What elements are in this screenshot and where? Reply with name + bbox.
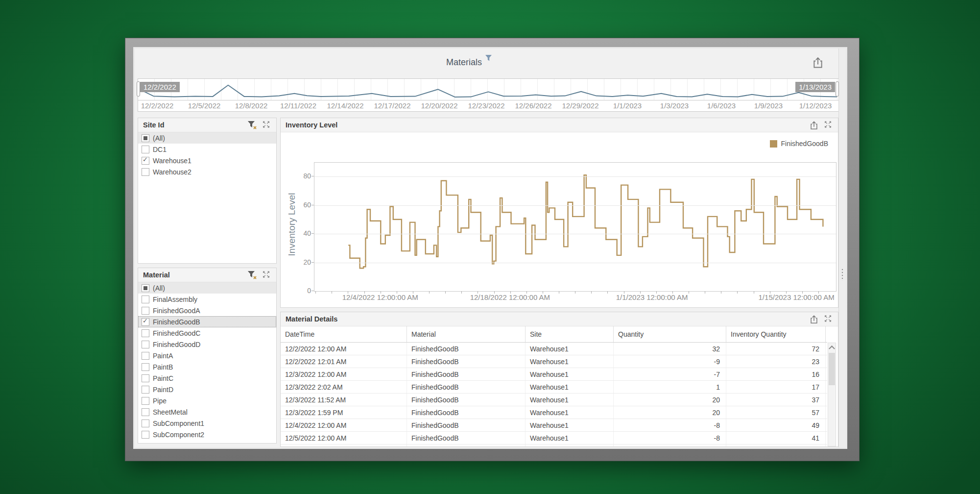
gridline — [314, 263, 836, 263]
site-item-warehouse1[interactable]: Warehouse1 — [138, 155, 276, 166]
scroll-up-icon[interactable] — [828, 343, 836, 351]
table-cell: 37 — [726, 394, 826, 406]
table-row[interactable]: 12/3/2022 1:59 PMFinishedGoodBWarehouse1… — [281, 406, 827, 419]
checkbox-icon[interactable] — [142, 329, 149, 337]
table-scrollbar[interactable] — [828, 343, 836, 446]
checkbox-icon[interactable] — [142, 431, 149, 439]
checkbox-icon[interactable] — [142, 134, 149, 142]
page-title: Materials — [446, 54, 482, 68]
table-row[interactable]: 12/3/2022 11:52 AMFinishedGoodBWarehouse… — [281, 394, 827, 406]
site-item-dc1[interactable]: DC1 — [138, 144, 276, 155]
checkbox-icon[interactable] — [142, 168, 149, 176]
material-item-paintb[interactable]: PaintB — [138, 361, 276, 372]
material-item-paintc[interactable]: PaintC — [138, 372, 276, 384]
filter-item-label: PaintA — [153, 352, 173, 360]
checkbox-icon[interactable] — [142, 307, 149, 315]
range-filter-chart[interactable] — [138, 79, 841, 100]
clear-filter-icon[interactable] — [247, 271, 258, 280]
timeline-axis-label: 1/12/2023 — [799, 101, 832, 110]
table-row[interactable]: 12/5/2022 12:00 AMFinishedGoodBWarehouse… — [281, 432, 827, 445]
maximize-icon[interactable] — [262, 121, 272, 130]
y-tick — [311, 176, 314, 176]
checkbox-icon[interactable] — [142, 284, 149, 292]
checkbox-icon[interactable] — [142, 296, 149, 303]
y-tick — [311, 291, 314, 291]
table-cell: -8 — [614, 445, 726, 446]
filter-item-label: Warehouse1 — [153, 157, 191, 165]
x-tick — [705, 291, 705, 294]
checkbox-icon[interactable] — [142, 386, 149, 394]
legend-swatch — [770, 140, 777, 148]
material-item-finishedgoodd[interactable]: FinishedGoodD — [138, 339, 276, 350]
filter-item-label: Pipe — [153, 397, 167, 405]
material-item-finishedgooda[interactable]: FinishedGoodA — [138, 305, 276, 316]
material-item-all[interactable]: (All) — [138, 282, 276, 294]
filter-item-label: FinishedGoodC — [153, 329, 200, 337]
x-tick — [461, 291, 462, 294]
material-details-panel-header: Material Details — [281, 312, 838, 326]
material-item-finishedgoodb[interactable]: FinishedGoodB — [138, 316, 276, 327]
checkbox-icon[interactable] — [142, 363, 149, 371]
table-row[interactable]: 12/3/2022 2:02 AMFinishedGoodBWarehouse1… — [281, 381, 827, 394]
table-cell: Warehouse1 — [526, 445, 614, 446]
material-item-subcomponent2[interactable]: SubComponent2 — [138, 429, 276, 440]
column-header-inventory-quantity[interactable]: Inventory Quantity — [726, 326, 826, 342]
table-cell: -8 — [614, 419, 726, 431]
range-filter: 12/2/2022 1/13/2023 12/2/202212/5/202212… — [138, 78, 841, 112]
maximize-icon[interactable] — [262, 271, 272, 280]
timeline-axis-label: 12/17/2022 — [374, 101, 410, 110]
column-header-material[interactable]: Material — [407, 326, 526, 342]
inventory-level-panel: Inventory Level FinishedGoodB Inventory … — [280, 118, 838, 308]
checkbox-icon[interactable] — [142, 157, 149, 165]
timeline-axis-label: 12/2/2022 — [141, 101, 174, 110]
site-item-warehouse2[interactable]: Warehouse2 — [138, 166, 276, 177]
material-item-sheetmetal[interactable]: SheetMetal — [138, 406, 276, 418]
x-tick — [607, 291, 608, 294]
table-row[interactable]: 12/5/2022 12:01 AMFinishedGoodBWarehouse… — [281, 445, 827, 446]
table-cell: FinishedGoodB — [407, 432, 526, 444]
material-item-finishedgoodc[interactable]: FinishedGoodC — [138, 327, 276, 339]
clear-filter-icon[interactable] — [247, 121, 258, 130]
checkbox-icon[interactable] — [142, 318, 149, 326]
checkbox-icon[interactable] — [142, 420, 149, 427]
x-tick — [445, 291, 446, 294]
maximize-icon[interactable] — [824, 315, 834, 324]
inventory-chart-plot[interactable] — [314, 162, 837, 292]
material-item-paintd[interactable]: PaintD — [138, 384, 276, 395]
x-tick — [721, 291, 721, 294]
export-icon[interactable] — [809, 315, 819, 324]
splitter-grip-icon[interactable] — [841, 268, 843, 281]
material-item-painta[interactable]: PaintA — [138, 350, 276, 361]
column-header-datetime[interactable]: DateTime — [281, 326, 407, 342]
export-icon[interactable] — [809, 121, 819, 130]
table-row[interactable]: 12/2/2022 12:01 AMFinishedGoodBWarehouse… — [281, 355, 827, 368]
dashboard-export-icon[interactable] — [812, 56, 824, 69]
right-splitter[interactable] — [838, 49, 846, 447]
maximize-icon[interactable] — [824, 121, 834, 130]
table-cell: FinishedGoodB — [407, 406, 526, 419]
material-item-pipe[interactable]: Pipe — [138, 395, 276, 406]
column-header-quantity[interactable]: Quantity — [614, 326, 726, 342]
checkbox-icon[interactable] — [142, 146, 149, 153]
range-start-handle[interactable] — [137, 81, 140, 97]
table-row[interactable]: 12/2/2022 12:00 AMFinishedGoodBWarehouse… — [281, 343, 827, 355]
y-axis-title: Inventory Level — [287, 188, 297, 261]
material-item-finalassembly[interactable]: FinalAssembly — [138, 294, 276, 305]
x-tick-label: 12/18/2022 12:00:00 AM — [470, 293, 550, 301]
dashboard-titlebar: Materials — [135, 53, 846, 70]
checkbox-icon[interactable] — [142, 341, 149, 348]
site-item-all[interactable]: (All) — [138, 132, 276, 144]
column-header-site[interactable]: Site — [526, 326, 614, 342]
title-filter-icon[interactable] — [485, 54, 492, 62]
filter-item-label: FinishedGoodD — [153, 341, 200, 348]
checkbox-icon[interactable] — [142, 352, 149, 360]
material-panel: Material (All)FinalAssemblyFinishedGoodA… — [138, 268, 277, 444]
checkbox-icon[interactable] — [142, 408, 149, 416]
checkbox-icon[interactable] — [142, 374, 149, 382]
checkbox-icon[interactable] — [142, 397, 149, 405]
range-end-handle[interactable] — [836, 81, 839, 97]
scrollbar-thumb[interactable] — [829, 353, 835, 385]
table-row[interactable]: 12/3/2022 12:00 AMFinishedGoodBWarehouse… — [281, 368, 827, 381]
table-row[interactable]: 12/4/2022 12:00 AMFinishedGoodBWarehouse… — [281, 419, 827, 432]
material-item-subcomponent1[interactable]: SubComponent1 — [138, 418, 276, 429]
